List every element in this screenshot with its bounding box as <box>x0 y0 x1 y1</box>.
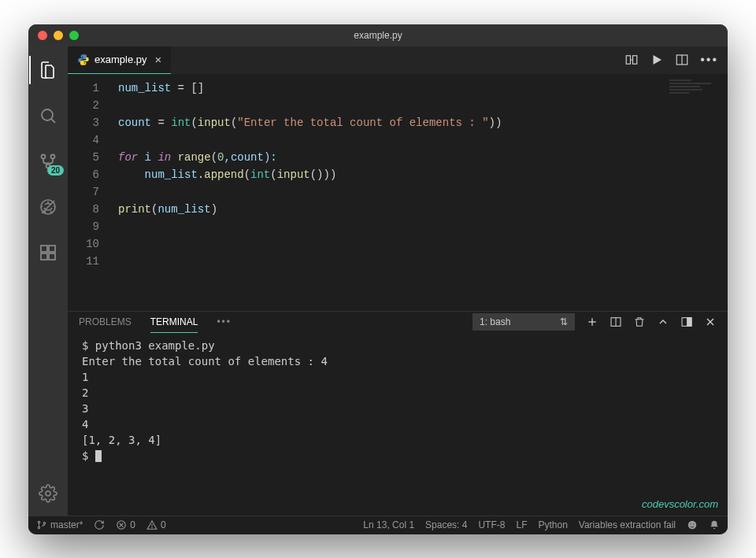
indent-info[interactable]: Spaces: 4 <box>425 519 467 530</box>
terminal-output[interactable]: $ python3 example.pyEnter the total coun… <box>68 333 728 516</box>
svg-point-32 <box>152 527 153 528</box>
minimize-window-button[interactable] <box>54 31 63 40</box>
close-window-button[interactable] <box>38 31 47 40</box>
terminal-cursor <box>95 450 102 462</box>
activity-bar: 20 <box>28 46 68 516</box>
svg-point-26 <box>38 527 39 528</box>
compare-icon[interactable] <box>624 53 639 67</box>
svg-rect-13 <box>626 56 630 65</box>
svg-point-25 <box>38 521 39 523</box>
terminal-selector[interactable]: 1: bash ⇅ <box>472 313 575 331</box>
maximize-panel-icon[interactable] <box>680 316 693 328</box>
panel-tabs: PROBLEMS TERMINAL ••• 1: bash ⇅ <box>68 312 728 333</box>
git-branch[interactable]: master* <box>36 519 83 530</box>
source-control-icon[interactable]: 20 <box>29 146 67 177</box>
chevron-up-icon[interactable] <box>657 316 669 328</box>
svg-point-0 <box>42 109 53 120</box>
eol[interactable]: LF <box>516 519 527 530</box>
language-mode[interactable]: Python <box>538 519 567 530</box>
settings-gear-icon[interactable] <box>29 478 67 509</box>
traffic-lights <box>38 31 79 40</box>
editor[interactable]: 1234567891011 num_list = [] count = int(… <box>68 75 728 311</box>
maximize-window-button[interactable] <box>69 31 79 40</box>
cursor-position[interactable]: Ln 13, Col 1 <box>363 519 414 530</box>
more-actions-icon[interactable]: ••• <box>700 53 718 67</box>
svg-point-3 <box>51 154 55 158</box>
debug-icon[interactable] <box>29 191 67 223</box>
tab-terminal[interactable]: TERMINAL <box>150 312 198 333</box>
close-panel-icon[interactable] <box>704 316 717 328</box>
svg-point-33 <box>688 521 697 530</box>
status-bar: master* 0 0 Ln 13, Col 1 Spaces: 4 UTF-8… <box>28 516 728 534</box>
close-icon[interactable]: × <box>154 53 161 66</box>
terminal-select-label: 1: bash <box>480 316 510 327</box>
python-file-icon <box>77 54 90 66</box>
line-gutter: 1234567891011 <box>68 75 112 311</box>
bottom-panel: PROBLEMS TERMINAL ••• 1: bash ⇅ <box>68 311 728 516</box>
tab-problems[interactable]: PROBLEMS <box>79 312 132 332</box>
encoding[interactable]: UTF-8 <box>478 519 505 530</box>
split-terminal-icon[interactable] <box>610 316 622 328</box>
extensions-icon[interactable] <box>29 237 67 268</box>
svg-point-2 <box>42 154 46 158</box>
warnings-count[interactable]: 0 <box>146 519 166 530</box>
code-area[interactable]: num_list = [] count = int(input("Enter t… <box>112 75 728 311</box>
chevron-updown-icon: ⇅ <box>560 316 568 327</box>
bell-icon[interactable] <box>709 519 720 530</box>
svg-rect-8 <box>41 246 47 252</box>
svg-rect-10 <box>49 253 55 260</box>
sync-icon[interactable] <box>94 519 105 530</box>
search-icon[interactable] <box>29 100 67 131</box>
scm-badge: 20 <box>47 165 64 176</box>
status-message[interactable]: Variables extraction fail <box>579 519 676 530</box>
svg-point-34 <box>691 523 691 524</box>
run-icon[interactable] <box>650 53 664 67</box>
watermark: codevscolor.com <box>642 497 718 512</box>
main-column: example.py × ••• 1234567891011 num_list … <box>68 46 728 516</box>
svg-point-12 <box>46 491 50 496</box>
svg-rect-11 <box>49 246 55 252</box>
svg-rect-22 <box>687 318 691 327</box>
titlebar: example.py <box>28 24 728 46</box>
errors-count[interactable]: 0 <box>116 519 135 530</box>
svg-rect-9 <box>41 253 47 260</box>
svg-line-1 <box>51 119 55 123</box>
editor-tabs: example.py × ••• <box>68 46 728 75</box>
editor-actions: ••• <box>615 46 728 74</box>
panel-more-icon[interactable]: ••• <box>217 316 232 327</box>
explorer-icon[interactable] <box>29 54 67 86</box>
feedback-icon[interactable] <box>687 519 698 530</box>
tab-label: example.py <box>94 54 146 65</box>
vscode-window: example.py 20 <box>28 24 728 534</box>
window-title: example.py <box>28 30 728 41</box>
svg-point-35 <box>693 523 694 524</box>
tab-example-py[interactable]: example.py × <box>68 46 171 74</box>
trash-icon[interactable] <box>633 316 646 328</box>
new-terminal-icon[interactable] <box>586 316 598 328</box>
body: 20 example.py × <box>28 46 728 516</box>
svg-rect-14 <box>633 56 637 65</box>
split-editor-icon[interactable] <box>675 53 689 67</box>
svg-point-27 <box>43 523 45 524</box>
